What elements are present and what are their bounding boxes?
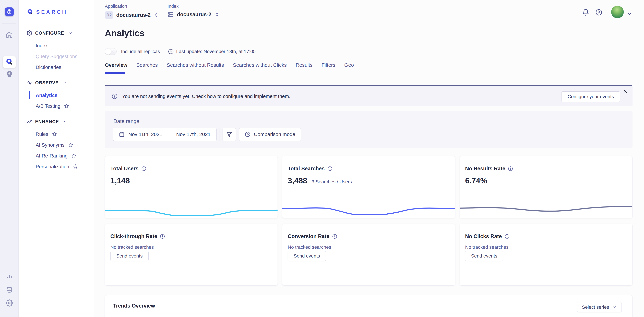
user-menu-button[interactable] bbox=[626, 11, 632, 17]
click-through-rate-card: Click-through Rate No tracked searches S… bbox=[105, 224, 278, 286]
observe-section-header[interactable]: OBSERVE bbox=[27, 80, 94, 86]
enhance-section-header[interactable]: ENHANCE bbox=[27, 119, 94, 124]
toggle-knob bbox=[105, 48, 111, 54]
gear-icon bbox=[27, 30, 32, 36]
info-circle-icon[interactable] bbox=[508, 166, 513, 171]
select-series-button[interactable]: Select series bbox=[577, 302, 622, 312]
banner-message: You are not sending events yet. Check ho… bbox=[122, 94, 290, 99]
bar-chart-icon bbox=[6, 273, 13, 280]
no-results-rate-card: No Results Rate 6.74% bbox=[460, 156, 632, 218]
configure-events-button[interactable]: Configure your events bbox=[561, 92, 620, 102]
active-tab-indicator bbox=[105, 72, 126, 74]
configure-section-header[interactable]: CONFIGURE bbox=[27, 30, 94, 36]
page-controls: Include all replicas Last update: Novemb… bbox=[105, 48, 632, 55]
settings-nav-button[interactable] bbox=[0, 300, 18, 306]
user-avatar[interactable] bbox=[611, 6, 624, 18]
sidebar-item-label: Query Suggestions bbox=[36, 54, 78, 59]
card-title: Total Users bbox=[110, 166, 138, 172]
monitoring-nav-button[interactable] bbox=[0, 273, 18, 280]
stats-row-1: Total Users 1,148 Total Searches 3,488 3… bbox=[105, 156, 632, 218]
main-area: Application D2 docusaurus-2 Index docusa… bbox=[94, 0, 644, 317]
analytics-dashboard: SEARCH CONFIGURE Index Query Suggestions… bbox=[0, 0, 644, 317]
searches-per-user: 3 Searches / Users bbox=[312, 179, 352, 184]
application-selector[interactable]: Application D2 docusaurus-2 bbox=[105, 4, 159, 19]
sidebar-item-label: Personalization bbox=[36, 164, 69, 170]
last-update-text: Last update: November 18th, at 17:05 bbox=[176, 49, 256, 54]
comparison-mode-button[interactable]: Comparison mode bbox=[239, 128, 301, 141]
data-nav-button[interactable] bbox=[0, 286, 18, 293]
close-banner-button[interactable] bbox=[622, 88, 629, 95]
sidebar-divider bbox=[27, 23, 86, 23]
sidebar-item-ai-synonyms[interactable]: AI Synonyms bbox=[36, 140, 94, 150]
product-rail bbox=[0, 0, 18, 317]
application-value: docusaurus-2 bbox=[116, 12, 150, 18]
app-switcher-button[interactable] bbox=[5, 8, 14, 16]
tab-searches[interactable]: Searches bbox=[136, 62, 158, 68]
index-icon bbox=[168, 11, 174, 18]
sidebar-item-dictionaries[interactable]: Dictionaries bbox=[36, 62, 94, 73]
index-value: docusaurus-2 bbox=[177, 12, 211, 18]
close-icon bbox=[623, 89, 628, 94]
sidebar-section-configure: CONFIGURE Index Query Suggestions Dictio… bbox=[27, 30, 94, 73]
help-button[interactable] bbox=[595, 9, 602, 16]
sidebar-item-query-suggestions: Query Suggestions bbox=[36, 51, 94, 62]
filter-button[interactable] bbox=[222, 128, 236, 141]
sidebar-item-rules[interactable]: Rules bbox=[36, 129, 94, 140]
send-events-label: Send events bbox=[294, 253, 320, 259]
trends-overview-card: Trends Overview Select series bbox=[105, 295, 632, 317]
info-circle-icon[interactable] bbox=[328, 166, 332, 171]
sidebar-item-label: Dictionaries bbox=[36, 64, 61, 70]
configure-items: Index Query Suggestions Dictionaries bbox=[29, 40, 94, 73]
card-title: No Clicks Rate bbox=[465, 233, 502, 240]
total-users-card: Total Users 1,148 bbox=[105, 156, 278, 218]
star-icon bbox=[68, 142, 73, 148]
info-circle-icon[interactable] bbox=[504, 234, 510, 239]
sidebar-item-index[interactable]: Index bbox=[36, 40, 94, 51]
configure-events-label: Configure your events bbox=[568, 94, 614, 99]
tab-results[interactable]: Results bbox=[296, 62, 312, 68]
send-events-button[interactable]: Send events bbox=[110, 251, 148, 261]
include-replicas-toggle[interactable] bbox=[105, 48, 117, 55]
card-title: Click-through Rate bbox=[110, 233, 157, 240]
tab-overview[interactable]: Overview bbox=[105, 62, 127, 68]
no-results-rate-value: 6.74% bbox=[465, 176, 487, 185]
last-update: Last update: November 18th, at 17:05 bbox=[168, 49, 256, 54]
star-icon bbox=[73, 164, 78, 169]
sidebar-item-label: A/B Testing bbox=[36, 104, 60, 109]
notifications-button[interactable] bbox=[582, 9, 589, 16]
select-arrows-icon bbox=[214, 12, 220, 18]
index-selector[interactable]: Index docusaurus-2 bbox=[168, 4, 220, 18]
total-users-value: 1,148 bbox=[110, 176, 130, 185]
date-range-button[interactable]: Nov 11th, 2021 Nov 17th, 2021 bbox=[113, 128, 216, 141]
include-replicas-label: Include all replicas bbox=[121, 49, 160, 54]
info-circle-icon[interactable] bbox=[332, 234, 337, 239]
card-title: No Results Rate bbox=[465, 166, 506, 172]
tab-searches-without-results[interactable]: Searches without Results bbox=[167, 62, 224, 68]
sidebar-section-enhance: ENHANCE Rules AI Synonyms AI Re-Ranking … bbox=[27, 119, 94, 172]
info-circle-icon[interactable] bbox=[160, 234, 165, 239]
home-nav-button[interactable] bbox=[0, 31, 18, 38]
bell-icon bbox=[582, 9, 589, 16]
tab-filters[interactable]: Filters bbox=[322, 62, 335, 68]
tab-searches-without-clicks[interactable]: Searches without Clicks bbox=[233, 62, 287, 68]
sidebar-section-observe: OBSERVE Analytics A/B Testing bbox=[27, 80, 94, 112]
calendar-icon bbox=[119, 132, 124, 137]
sidebar-item-label: Index bbox=[36, 43, 48, 48]
search-logo: SEARCH bbox=[27, 8, 94, 16]
send-events-button[interactable]: Send events bbox=[288, 251, 326, 261]
recommend-product-button[interactable] bbox=[0, 70, 18, 78]
trending-up-icon bbox=[27, 119, 32, 124]
enhance-items: Rules AI Synonyms AI Re-Ranking Personal… bbox=[29, 129, 94, 172]
sidebar-item-ab-testing[interactable]: A/B Testing bbox=[36, 101, 94, 112]
send-events-button[interactable]: Send events bbox=[465, 251, 503, 261]
tab-geo[interactable]: Geo bbox=[344, 62, 354, 68]
empty-state-text: No tracked searches bbox=[465, 244, 508, 250]
sidebar-item-analytics[interactable]: Analytics bbox=[36, 90, 94, 101]
send-events-label: Send events bbox=[116, 253, 143, 259]
empty-state-text: No tracked searches bbox=[110, 244, 154, 250]
search-product-button[interactable] bbox=[3, 56, 16, 68]
info-circle-icon[interactable] bbox=[141, 166, 146, 171]
sidebar-item-personalization[interactable]: Personalization bbox=[36, 161, 94, 172]
total-users-sparkline bbox=[105, 199, 278, 218]
sidebar-item-ai-re-ranking[interactable]: AI Re-Ranking bbox=[36, 150, 94, 161]
